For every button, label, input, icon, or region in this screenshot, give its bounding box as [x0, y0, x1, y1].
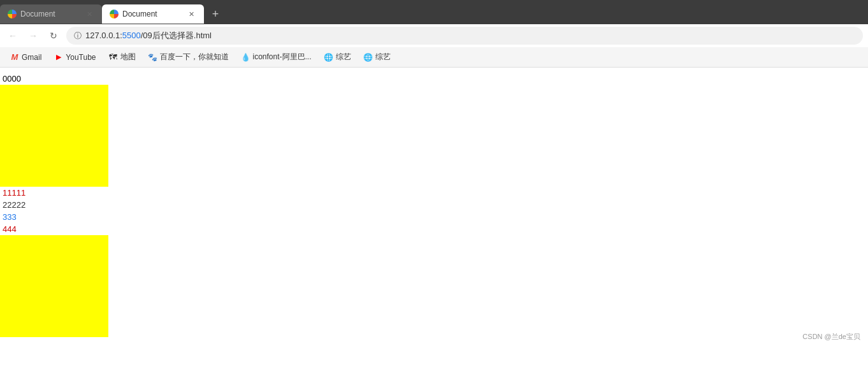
tab-2[interactable]: Document ✕ — [102, 4, 204, 24]
maps-icon: 🗺 — [109, 53, 118, 62]
label-11111: 11111 — [0, 187, 868, 199]
forward-button[interactable]: → — [25, 28, 41, 43]
url-host: 127.0.0.1: — [85, 31, 122, 40]
yellow-box-0000 — [0, 85, 108, 187]
bookmark-iconfont-label: iconfont-阿里巴... — [253, 52, 312, 62]
bookmark-zongyi2[interactable]: 🌐 综艺 — [359, 50, 396, 64]
tab-1-title: Document — [20, 10, 80, 18]
tab-1[interactable]: Document ✕ — [0, 4, 102, 24]
url-bar[interactable]: ⓘ 127.0.0.1:5500/09后代选择器.html — [66, 27, 863, 45]
watermark: CSDN @兰de宝贝 — [802, 332, 860, 342]
yellow-box-444 — [0, 235, 108, 337]
bookmark-baidu[interactable]: 🐾 百度一下，你就知道 — [143, 50, 234, 64]
bookmark-baidu-label: 百度一下，你就知道 — [160, 52, 229, 62]
tab-2-title: Document — [122, 10, 182, 18]
label-333: 333 — [0, 211, 868, 223]
label-22222: 22222 — [0, 199, 868, 211]
bookmark-maps-label: 地图 — [120, 52, 136, 62]
bookmark-maps[interactable]: 🗺 地图 — [104, 50, 141, 64]
baidu-icon: 🐾 — [148, 53, 157, 62]
bookmark-youtube-label: YouTube — [66, 53, 96, 62]
bookmark-zongyi2-label: 综艺 — [375, 52, 391, 62]
address-bar: ← → ↻ ⓘ 127.0.0.1:5500/09后代选择器.html — [0, 24, 868, 47]
url-text: 127.0.0.1:5500/09后代选择器.html — [85, 30, 212, 41]
globe-icon-2: 🌐 — [364, 53, 373, 62]
item-444: 444 — [0, 223, 868, 337]
browser-chrome: Document ✕ Document ✕ + ← → ↻ ⓘ 127.0.0.… — [0, 0, 868, 68]
gmail-icon: M — [10, 53, 19, 62]
label-0000: 0000 — [0, 73, 868, 85]
bookmark-gmail[interactable]: M Gmail — [5, 52, 47, 63]
back-button[interactable]: ← — [5, 28, 20, 43]
bookmark-iconfont[interactable]: 💧 iconfont-阿里巴... — [236, 50, 317, 64]
url-port: 5500 — [122, 31, 141, 40]
youtube-icon: ▶ — [54, 53, 63, 62]
item-0000: 0000 — [0, 73, 868, 187]
tab-1-close[interactable]: ✕ — [84, 9, 94, 19]
globe-icon-1: 🌐 — [324, 53, 333, 62]
bookmark-zongyi1[interactable]: 🌐 综艺 — [319, 50, 356, 64]
bookmark-gmail-label: Gmail — [22, 53, 41, 62]
tab-bar: Document ✕ Document ✕ + — [0, 0, 868, 24]
url-lock-icon: ⓘ — [74, 31, 82, 41]
bookmark-youtube[interactable]: ▶ YouTube — [49, 52, 101, 63]
url-path: /09后代选择器.html — [141, 31, 212, 40]
reload-button[interactable]: ↻ — [46, 28, 61, 43]
bookmarks-bar: M Gmail ▶ YouTube 🗺 地图 🐾 百度一下，你就知道 💧 ico… — [0, 47, 868, 68]
bookmark-zongyi1-label: 综艺 — [336, 52, 351, 62]
label-444: 444 — [0, 223, 868, 235]
new-tab-button[interactable]: + — [206, 5, 224, 23]
tab-2-close[interactable]: ✕ — [186, 9, 196, 19]
iconfont-icon: 💧 — [242, 53, 250, 62]
tab-2-icon — [110, 10, 119, 18]
page-content: 0000 11111 22222 333 444 CSDN @兰de宝贝 — [0, 68, 868, 348]
tab-1-icon — [8, 10, 17, 18]
